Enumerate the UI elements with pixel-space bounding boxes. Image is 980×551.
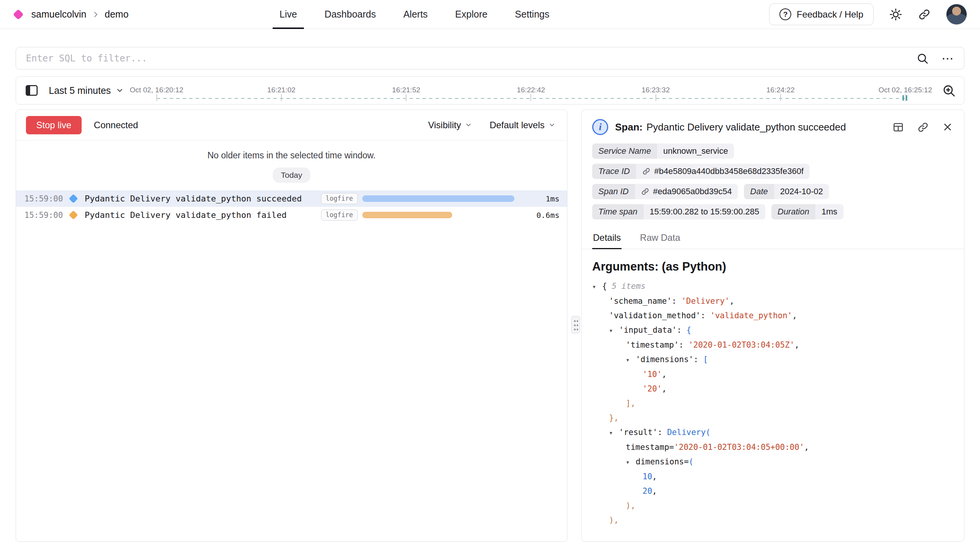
tab-settings[interactable]: Settings bbox=[515, 0, 549, 29]
tab-explore[interactable]: Explore bbox=[455, 0, 488, 29]
table-view-icon[interactable] bbox=[892, 121, 904, 133]
code-token: }, bbox=[609, 413, 619, 422]
tree-line: timestamp='2020-01-02T03:04:05+00:00', bbox=[592, 440, 953, 454]
code-token: 'input_data' bbox=[619, 325, 677, 335]
copy-link-icon[interactable] bbox=[917, 121, 929, 133]
live-panel-header: Stop live Connected Visibility Default l… bbox=[16, 110, 567, 140]
link-icon[interactable] bbox=[641, 187, 649, 196]
duration-bar-zone bbox=[362, 195, 517, 202]
attribute-badge-time-span: Time span15:59:00.282 to 15:59:00.285 bbox=[592, 204, 765, 219]
activity-tick bbox=[906, 95, 907, 101]
code-token: 'timestamp' bbox=[626, 340, 679, 350]
level-diamond-icon bbox=[69, 195, 85, 202]
caret-down-icon[interactable]: ▾ bbox=[626, 353, 636, 367]
panel-resize-handle[interactable] bbox=[571, 316, 580, 334]
badge-row: Span ID#eda9065a0bd39c54Date2024-10-02 bbox=[592, 184, 953, 199]
chevron-down-icon bbox=[116, 86, 124, 95]
log-time: 15:59:00 bbox=[24, 194, 69, 203]
chevron-down-icon bbox=[465, 121, 472, 129]
more-options-icon[interactable]: ⋯ bbox=[941, 52, 954, 64]
badge-value: 1ms bbox=[815, 204, 843, 219]
duration-bar[interactable] bbox=[362, 212, 452, 218]
tree-line: ▾{ 5 items bbox=[592, 279, 953, 294]
attribute-badge-trace-id: Trace ID#b4e5809a440dbb3458e68d2335fe360… bbox=[592, 164, 810, 179]
tab-live[interactable]: Live bbox=[280, 0, 297, 29]
breadcrumb-project[interactable]: demo bbox=[105, 9, 129, 20]
sql-filter-input[interactable] bbox=[26, 53, 903, 64]
caret-down-icon[interactable]: ▾ bbox=[592, 279, 602, 294]
timeline-ruler[interactable]: Oct 02, 16:20:1216:21:0216:21:5216:22:42… bbox=[124, 77, 942, 104]
caret-down-icon[interactable]: ▾ bbox=[609, 425, 619, 440]
code-token: { bbox=[686, 325, 691, 335]
tree-line: ), bbox=[592, 513, 953, 527]
timeline-tick-label: 16:23:32 bbox=[642, 86, 670, 94]
logfire-logo-icon[interactable] bbox=[13, 9, 24, 19]
tree-line: 'timestamp': '2020-01-02T03:04:05Z', bbox=[592, 338, 953, 352]
span-kind-label: Span: bbox=[615, 121, 643, 133]
badge-value: #eda9065a0bd39c54 bbox=[635, 184, 738, 199]
stop-live-button[interactable]: Stop live bbox=[26, 116, 82, 134]
theme-toggle-sun-icon[interactable] bbox=[889, 8, 903, 21]
caret-down-icon[interactable]: ▾ bbox=[609, 323, 619, 338]
close-icon[interactable] bbox=[942, 121, 953, 133]
code-token: timestamp= bbox=[626, 443, 674, 452]
detail-tab-details[interactable]: Details bbox=[592, 229, 622, 249]
link-icon[interactable] bbox=[642, 167, 651, 176]
badge-label: Span ID bbox=[592, 184, 635, 199]
code-token: ( bbox=[689, 457, 694, 466]
breadcrumb-org[interactable]: samuelcolvin bbox=[31, 9, 87, 20]
tree-line: ▾'input_data': { bbox=[592, 323, 953, 338]
span-title: Span:Pydantic Delivery validate_python s… bbox=[615, 121, 846, 133]
timeline-tick-mark bbox=[281, 94, 282, 101]
caret-down-icon[interactable]: ▾ bbox=[626, 455, 636, 469]
span-detail-header: i Span:Pydantic Delivery validate_python… bbox=[582, 110, 964, 143]
code-token: ], bbox=[626, 399, 635, 408]
code-token: : bbox=[694, 355, 703, 364]
badge-row: Time span15:59:00.282 to 15:59:00.285Dur… bbox=[592, 204, 953, 219]
live-panel: Stop live Connected Visibility Default l… bbox=[16, 110, 567, 542]
code-token: dimensions= bbox=[636, 457, 689, 466]
code-token: 'validation_method' bbox=[609, 311, 700, 320]
code-token: : bbox=[657, 428, 667, 437]
badge-label: Service Name bbox=[592, 143, 657, 159]
code-token: , bbox=[729, 296, 734, 306]
tree-line: ▾dimensions=( bbox=[592, 454, 953, 469]
timeline-tick-label: 16:21:52 bbox=[392, 86, 420, 94]
default-levels-dropdown[interactable]: Default levels bbox=[490, 120, 556, 130]
visibility-dropdown[interactable]: Visibility bbox=[428, 120, 472, 130]
duration-bar[interactable] bbox=[362, 195, 514, 202]
zoom-in-icon[interactable] bbox=[942, 84, 956, 97]
feedback-help-button[interactable]: ? Feedback / Help bbox=[769, 3, 874, 25]
sidebar-toggle-icon[interactable] bbox=[24, 83, 39, 98]
code-token: 20 bbox=[643, 487, 652, 496]
tree-line: }, bbox=[592, 411, 953, 425]
badge-label: Date bbox=[744, 184, 774, 199]
question-icon: ? bbox=[779, 8, 791, 20]
sql-filter-bar: ⋯ bbox=[16, 47, 964, 69]
badge-value: 2024-10-02 bbox=[774, 184, 829, 199]
tree-line: ], bbox=[592, 396, 953, 411]
code-token: , bbox=[804, 443, 809, 452]
avatar[interactable] bbox=[946, 4, 967, 25]
timeline-tick-label: Oct 02, 16:20:12 bbox=[130, 86, 183, 94]
attribute-badge-service-name: Service Nameunknown_service bbox=[592, 143, 734, 159]
info-icon: i bbox=[592, 119, 608, 135]
time-range-select[interactable]: Last 5 minutes bbox=[49, 85, 124, 96]
timeline-tick-label: 16:24:22 bbox=[766, 86, 795, 94]
code-token: 5 items bbox=[607, 282, 646, 291]
log-tag: logfire bbox=[321, 209, 358, 220]
tab-dashboards[interactable]: Dashboards bbox=[325, 0, 376, 29]
log-row[interactable]: 15:59:00Pydantic Delivery validate_pytho… bbox=[16, 190, 567, 207]
code-token: , bbox=[662, 384, 667, 393]
span-detail-panel: i Span:Pydantic Delivery validate_python… bbox=[581, 110, 964, 542]
tree-line: ▾'dimensions': [ bbox=[592, 352, 953, 367]
search-icon[interactable] bbox=[916, 52, 929, 64]
code-token: '10' bbox=[643, 370, 662, 379]
code-token: : bbox=[700, 311, 710, 320]
log-row[interactable]: 15:59:00Pydantic Delivery validate_pytho… bbox=[16, 207, 567, 223]
detail-tab-raw-data[interactable]: Raw Data bbox=[639, 229, 681, 249]
share-link-icon[interactable] bbox=[918, 8, 931, 21]
log-duration: 0.6ms bbox=[523, 211, 559, 220]
log-rows: 15:59:00Pydantic Delivery validate_pytho… bbox=[16, 190, 567, 223]
tab-alerts[interactable]: Alerts bbox=[403, 0, 428, 29]
